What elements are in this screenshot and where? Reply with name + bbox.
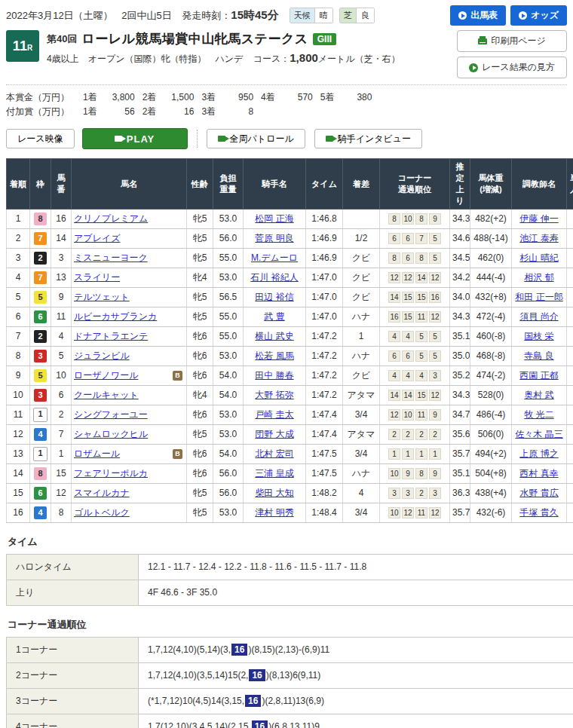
jockey-link[interactable]: 戸崎 圭太 <box>255 409 293 420</box>
horse-weight: 438(+4) <box>470 483 512 503</box>
horse-name-link[interactable]: アブレイズ <box>74 232 120 245</box>
trainer-link[interactable]: 池江 泰寿 <box>519 233 558 243</box>
horse-name-link[interactable]: クリノプレミアム <box>74 213 148 225</box>
jockey-link[interactable]: 田辺 裕信 <box>255 292 293 302</box>
horse-name-link[interactable]: ドナアトラエンテ <box>74 330 148 343</box>
corner-position-box: 5 <box>429 252 441 264</box>
jockey-link[interactable]: 団野 大成 <box>255 429 293 439</box>
corner-positions: 10121112 <box>380 503 450 522</box>
jockey-link[interactable]: M.デムーロ <box>251 252 298 263</box>
sex-age: 牝5 <box>187 287 213 307</box>
jockey-link[interactable]: 津村 明秀 <box>255 507 293 518</box>
jockey-link[interactable]: 石川 裕紀人 <box>250 272 298 283</box>
horse-weight: 504(+8) <box>470 463 512 483</box>
trainer-link[interactable]: 手塚 貴久 <box>519 507 558 518</box>
jockey-link[interactable]: 北村 宏司 <box>255 448 293 459</box>
horse-name-link[interactable]: フェアリーポルカ <box>74 467 148 480</box>
margin: クビ <box>343 248 380 268</box>
jockey-link[interactable]: 柴田 大知 <box>255 488 293 498</box>
weather-value: 晴 <box>314 8 332 23</box>
frame-badge: 1 <box>33 447 47 461</box>
horse-name-wrap: ゴルトベルク <box>74 506 184 519</box>
play-button[interactable]: PLAY <box>82 128 188 149</box>
horse-name-link[interactable]: スマイルカナ <box>74 487 130 500</box>
carried-weight: 53.0 <box>213 405 244 424</box>
printer-icon <box>478 38 487 44</box>
jockey-link[interactable]: 三浦 皇成 <box>255 468 293 479</box>
arrow-circle-icon <box>469 63 478 72</box>
jockey-link[interactable]: 松岡 正海 <box>255 213 293 224</box>
row-label: 1コーナー <box>7 637 139 662</box>
result-guide-button[interactable]: レース結果の見方 <box>457 57 567 78</box>
prize-place: 3着 <box>201 105 216 119</box>
frame-cell: 7 <box>30 268 51 287</box>
jockey-link[interactable]: 田中 勝春 <box>255 370 293 381</box>
trainer-link[interactable]: 伊藤 伸一 <box>519 213 558 224</box>
horse-name-cell: フェアリーポルカ <box>72 463 187 483</box>
last-3f: 34.3 <box>450 307 470 326</box>
prize-amount: 8 <box>216 105 253 119</box>
finish-position: 8 <box>7 346 30 366</box>
jockey-link[interactable]: 武 豊 <box>264 311 284 322</box>
margin: アタマ <box>343 385 380 405</box>
jockey-link[interactable]: 菅原 明良 <box>255 233 293 243</box>
horse-name-link[interactable]: ロザムール <box>74 448 120 460</box>
trainer-link[interactable]: 奥村 武 <box>524 390 553 400</box>
trainer-link[interactable]: 国枝 栄 <box>524 331 553 341</box>
sex-age: 牝5 <box>187 248 213 268</box>
jockey-link[interactable]: 大野 拓弥 <box>255 390 293 400</box>
horse-weight: 486(-4) <box>470 405 512 424</box>
trainer-link[interactable]: 上原 博之 <box>519 448 558 459</box>
print-page-button[interactable]: 印刷用ページ <box>457 30 567 52</box>
finish-position: 16 <box>7 503 30 522</box>
trainer-link[interactable]: 和田 正一郎 <box>515 292 562 302</box>
horse-name-link[interactable]: ルビーカサブランカ <box>74 310 157 323</box>
horse-weight: 494(+2) <box>470 444 512 463</box>
frame-badge: 2 <box>34 330 47 343</box>
frame-cell: 2 <box>30 248 51 268</box>
finish-time: 1:46.8 <box>306 209 343 228</box>
frame-cell: 5 <box>30 366 51 385</box>
horse-weight: 444(-4) <box>470 268 512 287</box>
prize-place: 3着 <box>201 90 216 105</box>
corner-position-box: 15 <box>415 390 427 401</box>
race-video-button[interactable]: レース映像 <box>6 129 75 148</box>
trainer-link[interactable]: 西村 真幸 <box>519 468 558 479</box>
trainer-link[interactable]: 寺島 良 <box>524 350 553 361</box>
horse-name-link[interactable]: ジュランビル <box>74 350 130 362</box>
horse-weight: 432(-6) <box>470 503 512 522</box>
horse-name-link[interactable]: ミスニューヨーク <box>74 252 148 265</box>
jockey-link[interactable]: 松若 風馬 <box>255 350 293 361</box>
entries-button[interactable]: 出馬表 <box>450 5 506 26</box>
win-popularity: 7 <box>567 385 573 405</box>
horse-name-link[interactable]: シャムロックヒル <box>74 428 148 441</box>
trainer-link[interactable]: 相沢 郁 <box>524 272 553 283</box>
corner-positions: 3323 <box>380 483 450 503</box>
margin: クビ <box>343 287 380 307</box>
prize-amount: 16 <box>156 105 194 119</box>
margin: ハナ <box>343 346 380 366</box>
horse-name-link[interactable]: テルツェット <box>74 291 130 304</box>
trainer-link[interactable]: 須貝 尚介 <box>519 311 558 322</box>
trainer-link[interactable]: 牧 光二 <box>524 409 553 420</box>
trainer-link[interactable]: 西園 正都 <box>519 370 558 381</box>
trainer-link[interactable]: 杉山 晴紀 <box>519 252 558 263</box>
jockey-link[interactable]: 横山 武史 <box>255 331 293 341</box>
trainer-link[interactable]: 佐々木 晶三 <box>515 429 562 439</box>
horse-name-wrap: アブレイズ <box>74 232 184 245</box>
odds-button[interactable]: オッズ <box>510 5 567 26</box>
horse-name-link[interactable]: ローザノワール <box>74 369 138 382</box>
trainer-link[interactable]: 水野 貴広 <box>519 488 558 498</box>
race-conditions: 4歳以上 オープン（国際）牝（特指） ハンデ コース：1,800メートル（芝・右… <box>47 51 457 66</box>
horse-name-link[interactable]: ゴルトベルク <box>74 506 130 519</box>
corner-position-box: 4 <box>388 370 400 381</box>
horse-name-link[interactable]: クールキャット <box>74 389 139 402</box>
finish-position: 11 <box>7 405 30 424</box>
horse-name-wrap: ジュランビル <box>74 350 184 362</box>
meeting-text: 2回中山5日 <box>121 10 171 21</box>
patrol-video-button[interactable]: 全周パトロール <box>207 129 305 148</box>
jockey-cell: 三浦 皇成 <box>244 463 306 483</box>
horse-name-link[interactable]: スライリー <box>74 271 120 284</box>
horse-name-link[interactable]: シングフォーユー <box>74 408 148 421</box>
jockey-interview-button[interactable]: 騎手インタビュー <box>314 129 422 148</box>
